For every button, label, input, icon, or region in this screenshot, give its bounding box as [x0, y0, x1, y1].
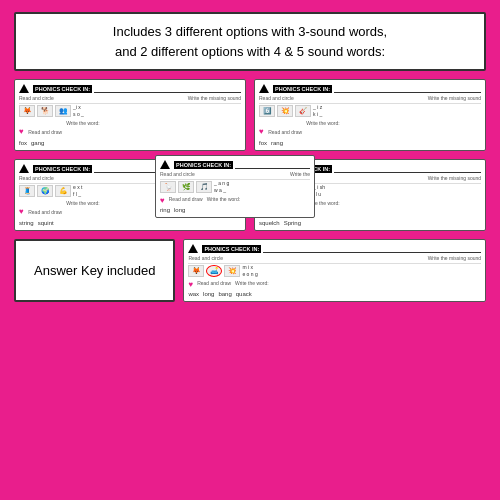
ws2-words: ♥ Read and draw Write the word: [259, 120, 481, 138]
bottom-ws-icon-2: 🛋️ [206, 265, 222, 277]
bottom-ws-header: PHONICS CHECK IN: [188, 244, 481, 253]
bottom-ws-draw-label: Read and draw [197, 280, 231, 289]
ws3-sounds: e x tf l _ [73, 184, 82, 198]
ws2-word-items: fox rang [259, 140, 481, 146]
ws1-icon-3: 👥 [55, 105, 71, 117]
description-box: Includes 3 different options with 3-soun… [14, 12, 486, 71]
center-ws-heart-icon: ♥ [160, 196, 165, 205]
center-ws-icons: 🪿 🌿 🎵 _ a n gw a _ [160, 180, 310, 194]
bottom-ws-heart-icon: ♥ [188, 280, 193, 289]
ws1-word-2: gang [31, 140, 44, 146]
ws1-draw-area: ♥ Read and draw [19, 120, 62, 138]
ws1-words: ♥ Read and draw Write the word: [19, 120, 241, 138]
answer-key-box: Answer Key included [14, 239, 175, 302]
ws3-word-2: squint [38, 220, 54, 226]
bottom-section: Answer Key included PHONICS CHECK IN: Re… [0, 239, 500, 302]
ws3-triangle-icon [19, 164, 29, 173]
center-ws-draw-label: Read and draw [169, 196, 203, 205]
ws1-header: PHONICS CHECK IN: [19, 84, 241, 93]
ws2-section2: Write the missing sound [428, 95, 481, 101]
ws1-icon-2: 🐕 [37, 105, 53, 117]
bottom-ws-sounds: m i xe o n g [242, 264, 257, 278]
ws2-draw-label: Read and draw [268, 129, 302, 135]
bottom-worksheet-card: PHONICS CHECK IN: Read and circle Write … [183, 239, 486, 302]
center-ws-word-items: ring long [160, 207, 310, 213]
center-worksheet-card: PHONICS CHECK IN: Read and circle Write … [155, 155, 315, 218]
bottom-ws-word-3: bang [218, 291, 231, 297]
bottom-ws-section2: Write the missing sound [428, 255, 481, 261]
ws1-word-items: fox gang [19, 140, 241, 146]
bottom-ws-meta: ♥ Read and draw Write the word: [188, 280, 481, 289]
ws2-name-field [334, 85, 481, 93]
center-ws-triangle-icon [160, 160, 170, 169]
ws2-sounds: _ i zk i _ [313, 104, 322, 118]
ws4-word-1: squelch [259, 220, 280, 226]
center-ws-meta: ♥ Read and draw Write the word: [160, 196, 310, 205]
ws1-sounds: _i xs o _ [73, 104, 84, 118]
ws1-draw-label: Read and draw [28, 129, 62, 135]
ws3-icon-1: 🧵 [19, 185, 35, 197]
ws4-name-field [334, 165, 481, 173]
description-line1: Includes 3 different options with 3-soun… [113, 24, 387, 39]
ws4-word-2: Spring [284, 220, 301, 226]
bottom-ws-title: PHONICS CHECK IN: [202, 245, 261, 253]
center-ws-word-1: ring [160, 207, 170, 213]
bottom-ws-icon-1: 🦊 [188, 265, 204, 277]
ws2-header: PHONICS CHECK IN: [259, 84, 481, 93]
bottom-ws-word-items: wax long bang quack [188, 291, 481, 297]
center-ws-icon-3: 🎵 [196, 181, 212, 193]
ws1-heart-icon: ♥ [19, 127, 24, 136]
ws3-word-1: string [19, 220, 34, 226]
bottom-ws-word-4: quack [236, 291, 252, 297]
ws2-icon-1: 6️⃣ [259, 105, 275, 117]
description-line2: and 2 different options with 4 & 5 sound… [115, 44, 385, 59]
ws3-icon-3: 💪 [55, 185, 71, 197]
center-ws-word-2: long [174, 207, 185, 213]
ws2-top-row: Read and circle Write the missing sound [259, 95, 481, 104]
ws1-triangle-icon [19, 84, 29, 93]
ws4-word-items: squelch Spring [259, 220, 481, 226]
ws2-icon-2: 💥 [277, 105, 293, 117]
ws2-icon-3: 🎸 [295, 105, 311, 117]
ws1-icon-1: 🦊 [19, 105, 35, 117]
ws1-write-label: Write the word: [66, 120, 100, 138]
ws2-heart-icon: ♥ [259, 127, 264, 136]
center-ws-header: PHONICS CHECK IN: [160, 160, 310, 169]
center-ws-icon-1: 🪿 [160, 181, 176, 193]
ws3-title: PHONICS CHECK IN: [33, 165, 92, 173]
bottom-ws-triangle-icon [188, 244, 198, 253]
worksheet-card-1: PHONICS CHECK IN: Read and circle Write … [14, 79, 246, 151]
bottom-ws-icons: 🦊 🛋️ 💥 m i xe o n g [188, 264, 481, 278]
center-ws-top-row: Read and circle Write the [160, 171, 310, 180]
bottom-ws-name-field [263, 245, 481, 253]
center-ws-write-word-label: Write the word: [207, 196, 241, 205]
center-ws-section1: Read and circle [160, 171, 195, 177]
ws2-word-1: fox [259, 140, 267, 146]
bottom-ws-icon-3: 💥 [224, 265, 240, 277]
bottom-ws-write-label: Write the word: [235, 280, 269, 289]
bottom-ws-word-1: wax [188, 291, 199, 297]
ws3-section1: Read and circle [19, 175, 54, 181]
center-ws-sounds: _ a n gw a _ [214, 180, 229, 194]
ws3-word-items: string squint [19, 220, 241, 226]
center-ws-title: PHONICS CHECK IN: [174, 161, 233, 169]
ws3-heart-icon: ♥ [19, 207, 24, 216]
ws1-title: PHONICS CHECK IN: [33, 85, 92, 93]
ws2-icons: 6️⃣ 💥 🎸 _ i zk i _ [259, 104, 481, 118]
ws2-triangle-icon [259, 84, 269, 93]
ws3-draw-area: ♥ Read and draw [19, 200, 62, 218]
ws1-section2: Write the missing sound [188, 95, 241, 101]
ws3-write-label: Write the word: [66, 200, 100, 218]
ws1-name-field [94, 85, 241, 93]
center-ws-icon-2: 🌿 [178, 181, 194, 193]
bottom-ws-word-2: long [203, 291, 214, 297]
ws2-title: PHONICS CHECK IN: [273, 85, 332, 93]
ws4-section2: Write the missing sound [428, 175, 481, 181]
ws3-icon-2: 🌍 [37, 185, 53, 197]
ws1-section1: Read and circle [19, 95, 54, 101]
worksheet-card-2: PHONICS CHECK IN: Read and circle Write … [254, 79, 486, 151]
bottom-ws-section1: Read and circle [188, 255, 223, 261]
ws1-icons: 🦊 🐕 👥 _i xs o _ [19, 104, 241, 118]
bottom-ws-top-row: Read and circle Write the missing sound [188, 255, 481, 264]
ws3-draw-label: Read and draw [28, 209, 62, 215]
